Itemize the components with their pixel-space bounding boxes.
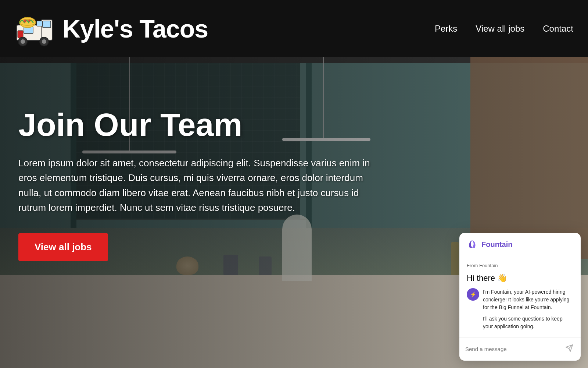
chat-header: Fountain — [459, 233, 581, 256]
svg-point-12 — [24, 20, 26, 22]
brand-name: Kyle's Tacos — [62, 14, 208, 43]
chat-from-label: From Fountain — [467, 263, 573, 268]
svg-rect-5 — [18, 31, 23, 38]
chat-input-area — [459, 337, 581, 361]
hero-title: Join Our Team — [18, 109, 570, 141]
nav-contact[interactable]: Contact — [543, 24, 573, 34]
chat-message-2: I'll ask you some questions to keep your… — [483, 315, 573, 330]
hero-description: Lorem ipsum dolor sit amet, consectetur … — [18, 156, 371, 215]
chat-send-button[interactable] — [564, 343, 575, 355]
chat-input[interactable] — [465, 346, 561, 352]
chat-body: From Fountain Hi there 👋 ⚡ I'm Fountain,… — [459, 256, 581, 337]
svg-point-7 — [21, 39, 25, 44]
chat-widget: Fountain From Fountain Hi there 👋 ⚡ I'm … — [459, 233, 581, 361]
nav-perks[interactable]: Perks — [435, 24, 457, 34]
main-nav: Perks View all jobs Contact — [435, 24, 573, 34]
chat-avatar: ⚡ — [467, 288, 479, 301]
svg-rect-2 — [43, 21, 51, 28]
nav-view-all-jobs[interactable]: View all jobs — [476, 24, 524, 34]
hero-cta-button[interactable]: View all jobs — [18, 233, 108, 261]
svg-rect-3 — [37, 21, 42, 26]
chat-brand-name: Fountain — [481, 240, 512, 249]
site-header: Kyle's Tacos Perks View all jobs Contact — [0, 0, 588, 57]
chat-bubble-row: ⚡ I'm Fountain, your AI-powered hiring c… — [467, 288, 573, 330]
hero-section: Join Our Team Lorem ipsum dolor sit amet… — [0, 57, 588, 368]
svg-point-13 — [28, 20, 31, 22]
chat-message-1: I'm Fountain, your AI-powered hiring con… — [483, 288, 573, 311]
svg-rect-4 — [24, 27, 33, 33]
taco-truck-icon — [15, 8, 55, 49]
svg-point-9 — [42, 39, 46, 44]
chat-greeting: Hi there 👋 — [467, 273, 573, 283]
chat-messages: I'm Fountain, your AI-powered hiring con… — [483, 288, 573, 330]
fountain-logo-icon — [467, 240, 478, 249]
logo-area: Kyle's Tacos — [15, 8, 208, 49]
